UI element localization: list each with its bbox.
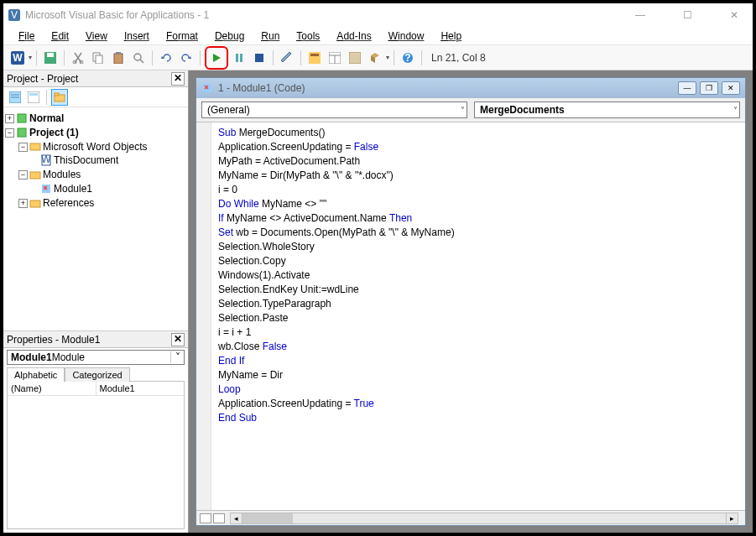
stop-button[interactable] [250, 49, 269, 67]
paste-button[interactable] [109, 49, 128, 67]
project-explorer-button[interactable] [305, 49, 324, 67]
toggle-folders-button[interactable] [51, 89, 68, 106]
menu-view[interactable]: View [79, 29, 114, 44]
svg-rect-10 [114, 54, 123, 64]
tab-categorized[interactable]: Categorized [65, 367, 129, 382]
redo-button[interactable] [177, 49, 196, 67]
project-toolbar [3, 87, 188, 107]
tree-modules[interactable]: Modules [43, 169, 81, 180]
menu-help[interactable]: Help [434, 29, 468, 44]
svg-rect-9 [96, 55, 102, 64]
svg-rect-34 [30, 143, 40, 150]
menu-insert[interactable]: Insert [117, 29, 156, 44]
save-button[interactable] [41, 49, 60, 67]
tree-references[interactable]: References [43, 197, 94, 209]
tab-alphabetic[interactable]: Alphabetic [7, 367, 65, 382]
code-gutter [196, 122, 211, 510]
menu-format[interactable]: Format [159, 29, 205, 44]
help-button[interactable]: ? [399, 49, 417, 67]
properties-object-selector[interactable]: Module1 Module ˅ [7, 350, 185, 365]
module-icon [201, 82, 213, 94]
svg-rect-29 [29, 93, 38, 96]
svg-rect-11 [116, 52, 121, 55]
code-min-button[interactable]: — [678, 81, 696, 95]
properties-grid[interactable]: (Name) Module1 [7, 381, 185, 529]
full-module-view-button[interactable] [213, 513, 225, 523]
svg-rect-14 [236, 54, 238, 62]
folder-icon [29, 169, 41, 180]
tree-word-objects[interactable]: Microsoft Word Objects [43, 140, 147, 152]
word-button[interactable]: W [8, 49, 27, 67]
project-panel-title: Project - Project [7, 73, 78, 85]
tree-project[interactable]: Project (1) [29, 127, 79, 138]
svg-text:V: V [11, 9, 18, 21]
prop-key[interactable]: (Name) [8, 382, 96, 395]
object-browser-button[interactable] [346, 49, 364, 67]
menu-window[interactable]: Window [382, 29, 431, 44]
design-mode-button[interactable] [278, 49, 296, 67]
code-window: 1 - Module1 (Code) — ❐ ✕ (General)˅ Merg… [196, 77, 746, 526]
menu-run[interactable]: Run [254, 29, 286, 44]
tree-this-document[interactable]: ThisDocument [54, 154, 118, 166]
menu-file[interactable]: File [12, 29, 41, 44]
run-button[interactable] [207, 49, 226, 67]
svg-point-12 [134, 54, 141, 60]
properties-panel-close[interactable]: ✕ [171, 333, 185, 346]
tree-toggle[interactable]: − [18, 143, 28, 152]
procedure-combo[interactable]: MergeDocuments˅ [474, 101, 740, 118]
tree-toggle[interactable]: − [5, 128, 14, 138]
vba-icon: V [8, 9, 20, 21]
code-editor[interactable]: Sub MergeDocuments() Application.ScreenU… [211, 122, 745, 510]
folder-icon [29, 197, 41, 209]
code-bottom-bar: ◂▸ [196, 510, 745, 525]
horizontal-scrollbar[interactable]: ◂▸ [230, 513, 738, 524]
toolbox-button[interactable] [366, 49, 384, 67]
project-tree[interactable]: +Normal −Project (1) −Microsoft Word Obj… [3, 107, 188, 331]
titlebar: V Microsoft Visual Basic for Application… [3, 3, 753, 27]
properties-window-button[interactable] [326, 49, 344, 67]
tree-toggle[interactable]: + [5, 114, 14, 123]
project-panel-close[interactable]: ✕ [171, 72, 185, 86]
pause-button[interactable] [230, 49, 248, 67]
project-icon [16, 112, 28, 124]
tree-module1[interactable]: Module1 [54, 183, 92, 195]
code-window-titlebar[interactable]: 1 - Module1 (Code) — ❐ ✕ [196, 78, 745, 98]
svg-rect-37 [30, 172, 40, 179]
project-icon [16, 127, 28, 138]
object-combo[interactable]: (General)˅ [201, 101, 467, 118]
undo-button[interactable] [157, 49, 175, 67]
code-close-button[interactable]: ✕ [722, 81, 740, 95]
tree-normal[interactable]: Normal [29, 112, 64, 124]
svg-line-13 [140, 60, 143, 63]
code-restore-button[interactable]: ❐ [700, 81, 718, 95]
menu-tools[interactable]: Tools [289, 29, 326, 44]
prop-val[interactable]: Module1 [96, 382, 185, 395]
svg-rect-31 [55, 93, 59, 96]
svg-rect-15 [240, 54, 242, 62]
properties-tabs: Alphabetic Categorized [3, 367, 188, 381]
find-button[interactable] [129, 49, 148, 67]
svg-rect-39 [30, 200, 40, 207]
menu-debug[interactable]: Debug [208, 29, 251, 44]
copy-button[interactable] [89, 49, 107, 67]
cut-button[interactable] [69, 49, 87, 67]
svg-rect-16 [255, 54, 263, 62]
menu-addins[interactable]: Add-Ins [330, 29, 378, 44]
module-icon [40, 183, 52, 195]
properties-panel-title: Properties - Module1 [7, 334, 100, 346]
folder-icon [29, 140, 41, 152]
properties-panel-header: Properties - Module1 ✕ [3, 331, 188, 348]
cursor-position: Ln 21, Col 8 [431, 52, 486, 64]
project-panel-header: Project - Project ✕ [3, 70, 188, 87]
menu-edit[interactable]: Edit [44, 29, 76, 44]
tree-toggle[interactable]: + [18, 199, 28, 208]
close-button[interactable]: ✕ [721, 9, 748, 21]
svg-rect-32 [18, 114, 26, 122]
view-code-button[interactable] [7, 89, 23, 106]
minimize-button[interactable]: — [627, 9, 654, 21]
maximize-button[interactable]: ☐ [674, 9, 701, 21]
svg-text:W: W [41, 154, 51, 165]
view-object-button[interactable] [25, 89, 42, 106]
procedure-view-button[interactable] [200, 513, 211, 523]
tree-toggle[interactable]: − [18, 170, 28, 180]
